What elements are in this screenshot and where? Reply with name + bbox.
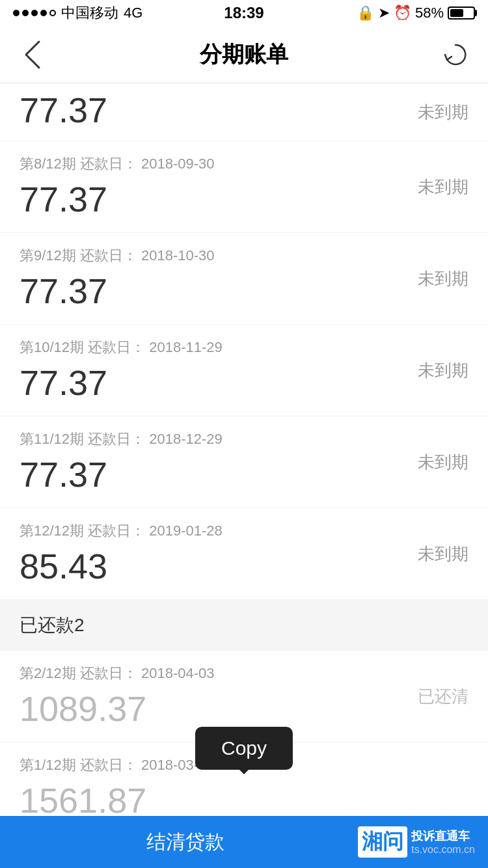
location-icon: ➤ [378,5,390,21]
bill-meta: 第10/12期 还款日： 2018-11-29 [20,338,468,357]
signal-dot-4 [40,10,47,16]
list-item: 第11/12期 还款日： 2018-12-29 77.37 未到期 [0,416,488,508]
signal-dot-1 [13,10,20,16]
refresh-button[interactable] [436,35,475,74]
list-item: 第9/12期 还款日： 2018-10-30 77.37 未到期 [0,233,488,325]
signal-dot-3 [31,10,38,16]
logo-main-text: 湘问 [362,828,403,856]
alarm-icon: ⏰ [394,5,411,21]
status-bar: 中国移动 4G 18:39 🔒 ➤ ⏰ 58% [0,0,488,26]
lock-icon: 🔒 [357,5,374,21]
logo-sub-line2: ts.voc.com.cn [411,844,475,856]
paid-section-title: 已还款2 [20,615,85,635]
signal-dots [13,10,56,16]
bottom-logo: 湘问 投诉直通车 ts.voc.com.cn [358,826,475,858]
bill-amount: 1089.37 [20,688,468,729]
scroll-dot [239,732,249,741]
signal-dot-5 [49,10,56,16]
bill-amount: 77.37 [20,90,468,130]
bill-meta: 第1/12期 还款日： 2018-03-03 [20,755,468,775]
logo-subtext-box: 投诉直通车 ts.voc.com.cn [411,828,475,856]
bill-amount: 77.37 [20,454,468,495]
network-type: 4G [124,5,142,21]
status-left: 中国移动 4G [13,3,142,23]
bill-status: 未到期 [418,359,468,382]
bill-status: 未到期 [418,543,468,565]
logo-box: 湘问 [358,826,407,858]
copy-tooltip-wrapper: Copy [239,727,249,741]
battery-icon [448,7,475,20]
bottom-banner: 结清贷款 湘问 投诉直通车 ts.voc.com.cn [0,816,488,868]
bill-amount: 77.37 [20,362,468,403]
bill-status: 已还清 [418,685,468,708]
settle-loan-button[interactable]: 结清贷款 [13,829,358,856]
carrier: 中国移动 [61,3,118,23]
bill-meta: 第8/12期 还款日： 2018-09-30 [20,154,468,174]
list-item: 第12/12期 还款日： 2019-01-28 85.43 未到期 [0,508,488,600]
back-button[interactable] [13,35,52,74]
list-item: 第10/12期 还款日： 2018-11-29 77.37 未到期 [0,325,488,416]
bill-status: 未到期 [418,176,468,198]
refresh-icon [442,42,468,68]
signal-dot-2 [22,10,29,16]
bill-status: 未到期 [418,451,468,474]
bill-amount: 1561.87 [20,780,468,821]
content: 77.37 未到期 第8/12期 还款日： 2018-09-30 77.37 未… [0,83,488,868]
bill-meta: 第12/12期 还款日： 2019-01-28 [20,521,468,541]
bill-meta: 第9/12期 还款日： 2018-10-30 [20,246,468,265]
bill-amount: 77.37 [20,179,468,219]
bill-amount: 77.37 [20,271,468,311]
paid-section-header: 已还款2 [0,600,488,651]
bill-amount: 85.43 [20,546,468,586]
logo-sub-line1: 投诉直通车 [411,828,475,844]
page-title: 分期账单 [200,40,288,70]
list-item: 第8/12期 还款日： 2018-09-30 77.37 未到期 [0,141,488,233]
bill-meta: 第11/12期 还款日： 2018-12-29 [20,429,468,449]
list-item: 77.37 未到期 [0,83,488,141]
battery-fill [450,9,463,17]
bill-meta: 第2/12期 还款日： 2018-04-03 [20,664,468,683]
back-icon [23,38,42,71]
bill-status: 未到期 [418,101,468,124]
unpaid-items-list: 第8/12期 还款日： 2018-09-30 77.37 未到期 第9/12期 … [0,141,488,600]
nav-bar: 分期账单 [0,26,488,83]
battery-percent: 58% [415,5,444,21]
status-time: 18:39 [224,4,264,22]
status-right: 🔒 ➤ ⏰ 58% [357,5,475,21]
bill-status: 未到期 [418,267,468,290]
